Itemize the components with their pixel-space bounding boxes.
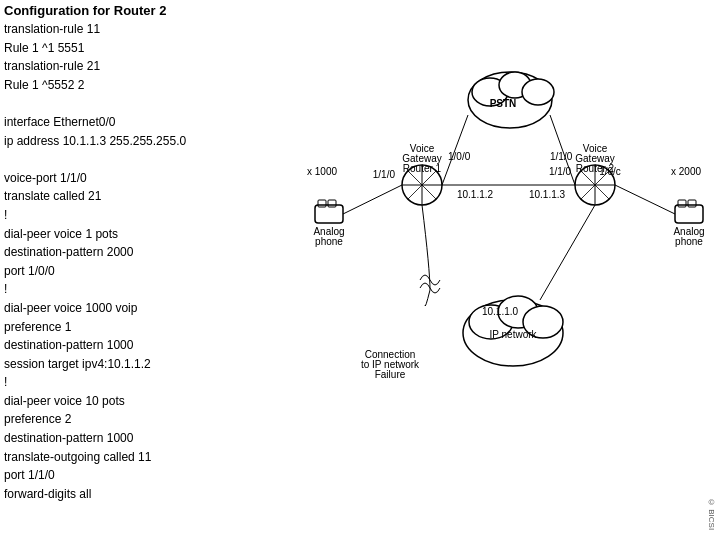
x2000-label: x 2000	[671, 166, 701, 177]
phone-left-label2: phone	[315, 236, 343, 247]
svg-rect-21	[675, 205, 703, 223]
ip-network-label: IP network	[489, 329, 537, 340]
config-panel: Configuration for Router 2 translation-r…	[4, 3, 294, 503]
svg-rect-19	[318, 200, 326, 207]
ip-r1: 10.1.1.2	[457, 189, 494, 200]
config-text: translation-rule 11 Rule 1 ^1 5551 trans…	[4, 20, 294, 503]
port-r2-left: 1/1/0	[549, 166, 572, 177]
copyright: © BICSI	[707, 498, 716, 530]
port-r2-right: 1/0/c	[599, 166, 621, 177]
ip-network-addr: 10.1.1.0	[482, 306, 519, 317]
svg-rect-18	[315, 205, 343, 223]
svg-line-29	[540, 205, 595, 300]
svg-line-28	[615, 185, 675, 214]
vgr1-top-label3: Router 1	[403, 163, 442, 174]
svg-rect-22	[678, 200, 686, 207]
phone-right-label2: phone	[675, 236, 703, 247]
pstn-label: PSTN	[490, 98, 517, 109]
conn-fail-label3: Failure	[375, 369, 406, 380]
svg-line-24	[343, 185, 402, 214]
config-title: Configuration for Router 2	[4, 3, 294, 18]
svg-line-25	[442, 115, 468, 185]
x1000-label: x 1000	[307, 166, 337, 177]
port-100: 1/0/0	[448, 151, 471, 162]
port-1-1-0: 1/1/0	[373, 169, 396, 180]
svg-rect-20	[328, 200, 336, 207]
svg-rect-23	[688, 200, 696, 207]
svg-point-3	[522, 79, 554, 105]
network-diagram: PSTN IP network 10.1.1.0 Voice Gateway R…	[300, 0, 720, 540]
ip-r2: 10.1.1.3	[529, 189, 566, 200]
port-110: 1/1/0	[550, 151, 573, 162]
